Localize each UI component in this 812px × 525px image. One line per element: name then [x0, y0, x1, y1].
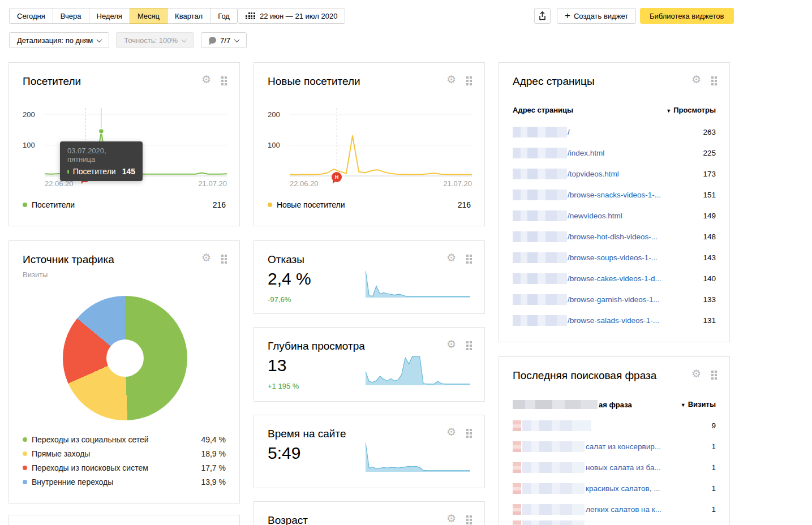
column-header-views[interactable]: ▼Просмотры — [666, 106, 716, 114]
new-visitors-line-chart[interactable] — [290, 108, 472, 178]
partial-widget — [8, 515, 240, 525]
period-year[interactable]: Год — [210, 8, 238, 24]
export-button[interactable] — [534, 8, 551, 24]
views-value: 148 — [703, 233, 716, 241]
period-week[interactable]: Неделя — [89, 8, 130, 24]
drag-handle-icon[interactable] — [221, 76, 224, 79]
widget-depth: Глубина просмотра ⚙ 13 +1 195 % — [254, 327, 485, 402]
filters-row: Детализация: по дням Точность: 100% 7/7 — [9, 32, 247, 48]
page-link[interactable]: / — [568, 128, 570, 136]
drag-handle-icon[interactable] — [221, 255, 224, 257]
table-row: новых салата из ба...1 — [513, 462, 716, 473]
drag-handle-icon[interactable] — [466, 341, 469, 343]
table-row: красивых салатов, ...1 — [513, 483, 716, 494]
gear-icon[interactable]: ⚙ — [691, 368, 701, 379]
views-value: 143 — [703, 253, 716, 262]
drag-handle-icon[interactable] — [466, 255, 469, 257]
legend-value: 18,9 % — [201, 449, 226, 458]
table-row: /browse-salads-videos-1-...131 — [513, 315, 716, 326]
x-axis-start: 22.06.20 — [290, 179, 319, 188]
page-link[interactable]: /browse-soups-videos-1-... — [568, 253, 658, 262]
blurred-url — [513, 210, 567, 221]
page-link[interactable]: /browse-cakes-videos-1-d... — [568, 274, 661, 283]
phrase-link[interactable]: новых салата из ба... — [586, 463, 661, 472]
traffic-donut-chart[interactable] — [63, 296, 187, 420]
tooltip-label: Посетители — [73, 167, 116, 176]
views-value: 133 — [703, 295, 716, 304]
blurred-phrase — [522, 520, 585, 525]
blurred-phrase — [522, 462, 585, 473]
period-quarter[interactable]: Квартал — [167, 8, 210, 24]
widget-title: Последняя поисковая фраза — [513, 369, 656, 382]
blurred-url — [513, 148, 567, 158]
drag-handle-icon[interactable] — [711, 371, 714, 373]
legend-item[interactable]: Переходы из социальных сетей 49,4 % — [23, 435, 226, 444]
page-link[interactable]: /index.html — [568, 149, 604, 157]
bounces-sparkline[interactable] — [366, 265, 470, 300]
y-axis-tick: 100 — [23, 141, 35, 149]
page-link[interactable]: /topvideos.html — [568, 170, 619, 178]
gear-icon[interactable]: ⚙ — [446, 513, 456, 524]
drag-handle-icon[interactable] — [466, 429, 469, 431]
visits-value: 1 — [711, 463, 716, 472]
page-link[interactable]: /browse-garnish-videos-1... — [568, 295, 660, 304]
gear-icon[interactable]: ⚙ — [446, 427, 456, 437]
create-widget-button[interactable]: + Создать виджет — [557, 8, 636, 24]
blurred-favicon — [513, 483, 521, 494]
drag-handle-icon[interactable] — [466, 515, 469, 518]
gear-icon[interactable]: ⚙ — [446, 339, 456, 350]
views-value: 149 — [703, 212, 716, 220]
column-header-phrase[interactable]: ая фраза — [513, 400, 632, 409]
blurred-phrase — [522, 504, 585, 515]
date-range-button[interactable]: 22 июн — 21 июл 2020 — [238, 8, 345, 24]
blurred-favicon — [513, 420, 521, 431]
page-link[interactable]: /browse-hot-dish-videos-... — [568, 233, 658, 241]
legend-dot — [23, 451, 27, 456]
phrase-link[interactable]: легких салатов на к... — [586, 505, 661, 514]
gear-icon[interactable]: ⚙ — [691, 74, 701, 85]
legend-total: 216 — [213, 200, 226, 209]
widget-title: Адрес страницы — [513, 75, 595, 88]
table-row: /newvideos.html149 — [513, 210, 716, 221]
blurred-url — [513, 273, 567, 284]
drag-handle-icon[interactable] — [466, 76, 469, 79]
column-header-visits[interactable]: ▼Визиты — [681, 400, 716, 409]
tooltip-value: 145 — [122, 167, 135, 176]
legend-item[interactable]: Посетители — [23, 200, 75, 209]
phrase-link[interactable]: салат из консервир... — [586, 442, 661, 451]
comments-dropdown[interactable]: 7/7 — [201, 32, 247, 48]
chevron-down-icon — [234, 37, 240, 42]
depth-sparkline[interactable] — [366, 352, 470, 388]
drag-handle-icon[interactable] — [711, 76, 714, 79]
page-link[interactable]: /browse-salads-videos-1-... — [568, 316, 659, 325]
legend-item[interactable]: Переходы из поисковых систем 17,7 % — [23, 463, 226, 472]
metric-value: 5:49 — [268, 444, 300, 463]
legend-dot — [23, 203, 27, 207]
widget-library-button[interactable]: Библиотека виджетов — [640, 8, 734, 24]
gear-icon[interactable]: ⚙ — [201, 74, 211, 85]
legend-dot — [23, 480, 27, 484]
legend-item[interactable]: Новые посетители — [268, 200, 345, 209]
period-yesterday[interactable]: Вчера — [53, 8, 89, 24]
page-link[interactable]: /newvideos.html — [568, 212, 622, 220]
period-today[interactable]: Сегодня — [9, 8, 53, 24]
series-dot — [67, 170, 69, 174]
detalization-dropdown[interactable]: Детализация: по дням — [9, 32, 109, 48]
calendar-grid-icon — [246, 12, 255, 19]
phrase-link[interactable]: красивых салатов, ... — [586, 484, 660, 493]
legend-item[interactable]: Внутренние переходы 13,9 % — [23, 477, 226, 487]
time-sparkline[interactable] — [366, 439, 470, 474]
gear-icon[interactable]: ⚙ — [201, 252, 211, 263]
gear-icon[interactable]: ⚙ — [446, 252, 456, 263]
column-header-address[interactable]: Адрес страницы — [513, 106, 573, 114]
gear-icon[interactable]: ⚙ — [446, 74, 456, 85]
holiday-marker[interactable]: н — [332, 172, 342, 182]
page-link[interactable]: /browse-snacks-videos-1-... — [568, 191, 661, 199]
views-value: 140 — [703, 274, 716, 283]
blurred-url — [513, 190, 567, 200]
visits-value: 9 — [711, 421, 716, 430]
accuracy-dropdown[interactable]: Точность: 100% — [116, 32, 194, 48]
period-month[interactable]: Месяц — [130, 8, 167, 24]
blurred-phrase — [522, 441, 585, 452]
legend-item[interactable]: Прямые заходы 18,9 % — [23, 449, 226, 458]
